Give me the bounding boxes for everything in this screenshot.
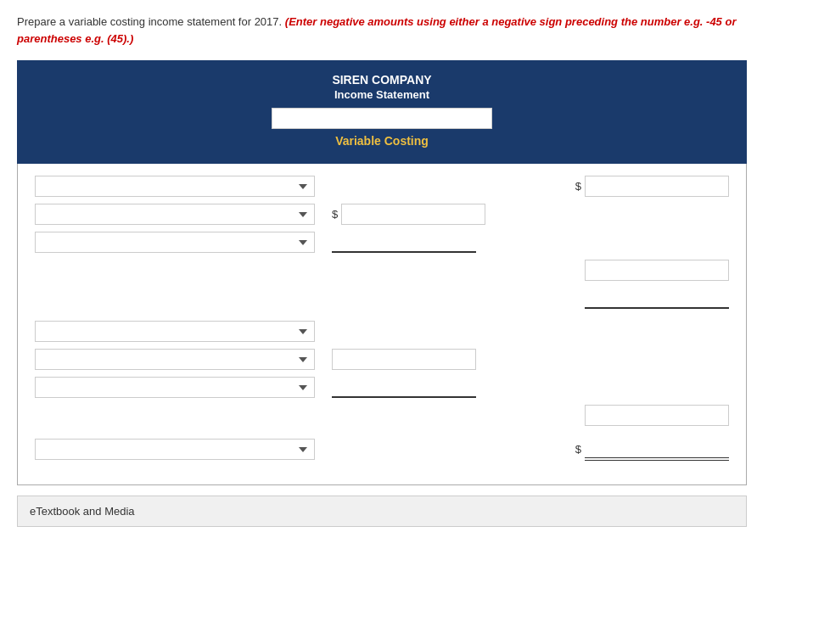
subtotal2-amount[interactable] bbox=[585, 288, 729, 309]
row1-dropdown[interactable] bbox=[35, 176, 315, 197]
year-dropdown[interactable]: 2017 2016 bbox=[272, 108, 492, 129]
row7-dropdown[interactable] bbox=[35, 439, 315, 460]
subtotal-row-2 bbox=[35, 288, 729, 309]
row5-mid bbox=[332, 349, 476, 370]
row1-amount[interactable] bbox=[585, 176, 729, 197]
row7-amount[interactable] bbox=[585, 438, 729, 461]
subtotal1-amount[interactable] bbox=[585, 260, 729, 281]
row2-amount[interactable] bbox=[341, 204, 485, 225]
row2-currency: $ bbox=[332, 208, 338, 221]
row3-dropdown[interactable] bbox=[35, 232, 315, 253]
method-label: Variable Costing bbox=[35, 134, 729, 148]
row7-currency: $ bbox=[575, 443, 581, 456]
row7-right: $ bbox=[575, 438, 729, 461]
company-name: SIREN COMPANY bbox=[35, 73, 729, 87]
row6-amount[interactable] bbox=[332, 377, 476, 398]
row1-currency: $ bbox=[575, 180, 581, 193]
row5-dropdown[interactable] bbox=[35, 349, 315, 370]
form-row-1: $ bbox=[35, 176, 729, 197]
form-area: $ $ bbox=[17, 164, 747, 485]
form-row-5 bbox=[35, 349, 729, 370]
row4-dropdown[interactable] bbox=[35, 321, 315, 342]
subtotal3-amount[interactable] bbox=[585, 405, 729, 426]
row6-dropdown[interactable] bbox=[35, 377, 315, 398]
instructions-text: Prepare a variable costing income statem… bbox=[17, 15, 282, 28]
row3-amount[interactable] bbox=[332, 232, 476, 253]
instructions: Prepare a variable costing income statem… bbox=[17, 14, 747, 47]
subtotal-row-1 bbox=[35, 260, 729, 281]
statement-header: SIREN COMPANY Income Statement 2017 2016… bbox=[17, 60, 747, 164]
form-row-2: $ bbox=[35, 204, 729, 225]
row6-mid bbox=[332, 377, 476, 398]
row1-right: $ bbox=[575, 176, 729, 197]
row2-mid: $ bbox=[332, 204, 485, 225]
row5-amount[interactable] bbox=[332, 349, 476, 370]
row2-dropdown[interactable] bbox=[35, 204, 315, 225]
subtotal-row-3 bbox=[35, 405, 729, 426]
form-row-4 bbox=[35, 321, 729, 342]
form-row-7: $ bbox=[35, 438, 729, 461]
etextbook-label: eTextbook and Media bbox=[30, 505, 135, 518]
form-row-3 bbox=[35, 232, 729, 253]
etextbook-footer: eTextbook and Media bbox=[17, 496, 747, 527]
statement-type: Income Statement bbox=[35, 88, 729, 101]
row3-mid bbox=[332, 232, 476, 253]
form-row-6 bbox=[35, 377, 729, 398]
